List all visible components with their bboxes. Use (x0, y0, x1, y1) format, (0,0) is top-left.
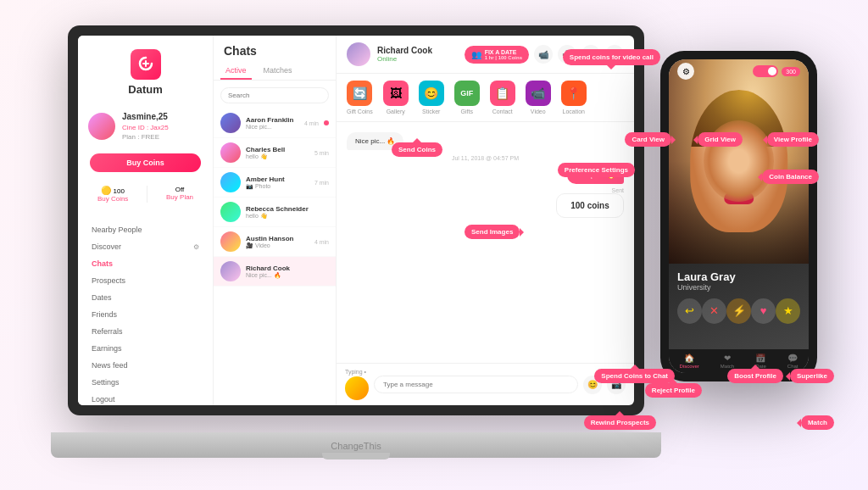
divider (147, 186, 147, 203)
nav-list: Nearby People Discover ⚙ Chats Prospects… (78, 221, 213, 405)
conversation: Richard Cook Online 👥 FIX A DATE 1 hr | … (337, 36, 634, 405)
tooltip-spend-coins-chat: Spend Coins to Chat (594, 369, 675, 383)
laptop-base: ChangeThis (51, 432, 661, 458)
chat-item-info: Austin Hanson 🎥 Video (246, 235, 309, 249)
phone-filter-icon[interactable]: ⚙ (677, 63, 694, 80)
chat-list-header: Chats (214, 36, 336, 63)
logo-text: Datum (128, 83, 162, 96)
sidebar-item-nearby[interactable]: Nearby People (78, 221, 213, 238)
list-item[interactable]: Austin Hanson 🎥 Video 4 min (214, 227, 336, 257)
sidebar-item-prospects[interactable]: Prospects (78, 272, 213, 289)
phone-toggle-area: 300 (753, 65, 800, 77)
avatar (220, 261, 241, 281)
calendar-icon: 👥 (471, 50, 481, 59)
reject-button[interactable]: ✕ (702, 298, 726, 324)
location-icon: 📍 (561, 81, 587, 106)
tooltip-spend-coins-video: Spend coins for video call (563, 49, 660, 65)
video-item[interactable]: 📹 Video (526, 81, 551, 114)
chat-item-info: Aaron Franklin Nice pic... (246, 116, 299, 130)
list-item[interactable]: Amber Hunt 📷 Photo 7 min (214, 168, 336, 198)
phone: ⚙ 300 Laura Gray Univ (660, 51, 817, 381)
contact-name: Richard Cook (377, 46, 458, 55)
sidebar-item-chats[interactable]: Chats (78, 255, 213, 272)
superlike-button[interactable]: ★ (776, 298, 800, 324)
list-item[interactable]: Rebecca Schneider hello 👋 (214, 198, 336, 227)
chat-item-info: Rebecca Schneider hello 👋 (246, 205, 329, 220)
phone-nav-chat[interactable]: 💬 Chat (787, 354, 798, 369)
app-main: Chats Active Matches Aaron Franklin (214, 36, 634, 405)
logo: Datum (78, 49, 213, 96)
video-call-icon[interactable]: 📹 (534, 45, 553, 64)
sidebar-item-dates[interactable]: Dates (78, 289, 213, 306)
gift-coins-item[interactable]: 🔄 Gift Coins (347, 81, 373, 114)
phone-nav-match[interactable]: ❤ Match (721, 354, 734, 369)
sidebar: Datum Jasmine,25 Cine ID : Jax25 Plan : … (78, 36, 214, 405)
coin-buy-label[interactable]: Buy Coins (97, 195, 128, 203)
rewind-button[interactable]: ↩ (677, 298, 702, 324)
laptop: Datum Jasmine,25 Cine ID : Jax25 Plan : … (51, 25, 661, 458)
sidebar-item-logout[interactable]: Logout (78, 391, 213, 405)
phone-user-name: Laura Gray (677, 270, 800, 283)
coin-value: 🟡 100 (97, 186, 128, 195)
sidebar-item-referrals[interactable]: Referrals (78, 323, 213, 340)
tooltip-card-view: Card View (625, 132, 671, 147)
gallery-icon: 🖼 (383, 81, 409, 106)
search-input[interactable] (220, 87, 329, 103)
sent-label: Sent (612, 187, 624, 193)
user-plan: Plan : FREE (122, 132, 169, 142)
tooltip-view-profile: View Profile (767, 132, 819, 147)
buy-plan-label[interactable]: Buy Plan (166, 193, 193, 201)
list-item[interactable]: Richard Cook Nice pic... 🔥 (214, 257, 336, 287)
tooltip-send-images: Send Images (465, 225, 520, 239)
contact-info: Richard Cook Online (377, 46, 458, 63)
boost-button[interactable]: ⚡ (726, 298, 751, 324)
tooltip-rewind-prospects: Rewind Prospects (584, 415, 656, 430)
tab-active[interactable]: Active (220, 63, 252, 80)
gift-bar: 🔄 Gift Coins 🖼 Gallery 😊 Sticker (337, 74, 634, 122)
sticker-item[interactable]: 😊 Sticker (419, 81, 444, 114)
tooltip-grid-view: Grid View (698, 132, 743, 147)
avatar (88, 113, 115, 140)
sidebar-item-newsfeed[interactable]: News feed (78, 357, 213, 374)
contact-item[interactable]: 📋 Contact (490, 81, 515, 114)
tooltip-coin-balance: Coin Balance (762, 170, 819, 184)
gifts-item[interactable]: GIF Gifts (454, 81, 480, 114)
tooltip-match: Match (801, 415, 834, 430)
laptop-screen: Datum Jasmine,25 Cine ID : Jax25 Plan : … (68, 25, 644, 415)
avatar (220, 113, 241, 133)
unread-dot (324, 120, 329, 125)
app-window: Datum Jasmine,25 Cine ID : Jax25 Plan : … (78, 36, 634, 405)
tooltip-send-coins: Send Coins (392, 142, 442, 157)
coin-balance-item: 🟡 100 Buy Coins (97, 186, 128, 203)
message-input[interactable] (374, 376, 578, 393)
sidebar-item-friends[interactable]: Friends (78, 306, 213, 323)
sidebar-item-earnings[interactable]: Earnings (78, 340, 213, 357)
profile-image (669, 59, 809, 264)
list-item[interactable]: Aaron Franklin Nice pic... 4 min (214, 109, 336, 138)
gallery-item[interactable]: 🖼 Gallery (383, 81, 409, 114)
fix-date-button[interactable]: 👥 FIX A DATE 1 hr | 100 Coins (465, 46, 529, 64)
phone-toggle[interactable] (753, 65, 778, 77)
logo-icon (131, 49, 161, 80)
contact-status: Online (377, 55, 458, 63)
contact-icon: 📋 (490, 81, 515, 106)
typing-indicator: Typing • (345, 369, 366, 375)
like-button[interactable]: ♥ (751, 298, 776, 324)
contact-avatar (347, 42, 370, 66)
list-item[interactable]: Charles Bell hello 👋 5 min (214, 138, 336, 168)
tooltip-superlike: Superlike (790, 369, 834, 383)
face-shape (690, 90, 788, 232)
phone-nav-discover[interactable]: 🏠 Discover (679, 354, 698, 369)
message-date: Jul 11, 2018 @ 04:57 PM (347, 155, 624, 161)
buy-coins-button[interactable]: Buy Coins (90, 153, 201, 172)
video-icon: 📹 (526, 81, 551, 106)
avatar (220, 231, 241, 252)
location-item[interactable]: 📍 Location (561, 81, 587, 114)
tab-matches[interactable]: Matches (259, 63, 298, 80)
tooltip-boost-profile: Boost Profile (727, 369, 783, 383)
sidebar-item-settings[interactable]: Settings (78, 374, 213, 391)
sidebar-item-discover[interactable]: Discover ⚙ (78, 238, 213, 255)
phone-actions: ↩ ✕ ⚡ ♥ ★ (677, 298, 800, 324)
sticker-icon: 😊 (419, 81, 444, 106)
tooltip-preference-settings: Preference Settings (558, 163, 635, 177)
